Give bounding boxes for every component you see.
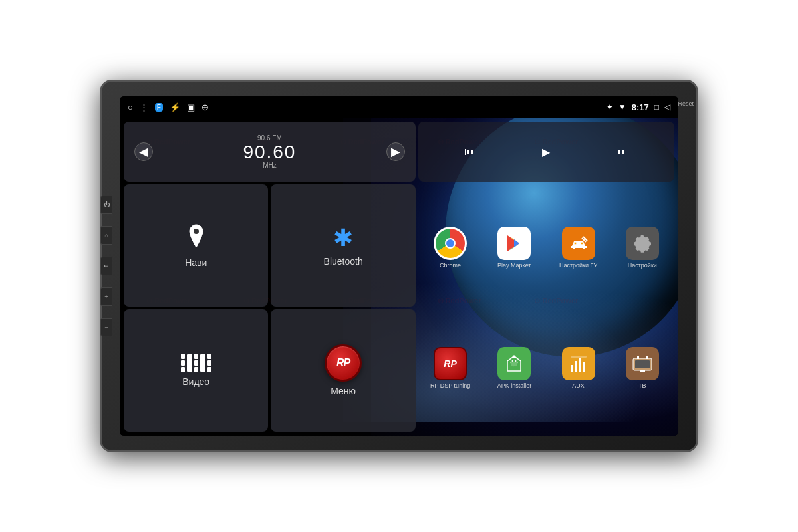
- power-button[interactable]: ⏻: [100, 196, 112, 214]
- media-play-button[interactable]: ▶: [536, 142, 556, 162]
- radio-info: 90.6 FM 90.60 MHz: [160, 134, 380, 169]
- app-left-panel: Нави ✱ Bluetooth: [124, 184, 416, 432]
- chrome-app[interactable]: Chrome: [430, 227, 470, 269]
- rp-dsp-label: RP DSP tuning: [430, 382, 470, 389]
- video-label: Видео: [182, 376, 209, 387]
- tv-icon: [626, 347, 659, 380]
- square-icon: □: [654, 102, 659, 112]
- back-icon: ◁: [664, 102, 670, 112]
- car-settings-label: Настройки ГУ: [559, 262, 597, 269]
- media-next-button[interactable]: ⏭: [612, 142, 632, 162]
- svg-rect-22: [637, 356, 639, 359]
- radio-prev-button[interactable]: ◀: [134, 142, 153, 161]
- chrome-label: Chrome: [440, 262, 461, 269]
- bluetooth-status-icon: ✦: [606, 102, 613, 112]
- svg-rect-23: [646, 356, 648, 359]
- app-rows: Нави ✱ Bluetooth: [124, 184, 674, 432]
- svg-rect-6: [583, 247, 585, 249]
- content-wrapper: ◀ 90.6 FM 90.60 MHz ▶ ⏮ ▶ ⏭: [120, 118, 678, 436]
- main-content: ⊙ RedPower ⊙ RedPower ⊙ RedPower ⊙ RedPo…: [120, 118, 678, 436]
- menu-label: Меню: [331, 386, 356, 396]
- rp-dsp-app[interactable]: RP RP DSP tuning: [430, 347, 470, 389]
- svg-rect-5: [573, 247, 575, 249]
- status-bar-right: ✦ ▼ 8:17 □ ◁: [606, 102, 670, 112]
- menu-icon: ⋮: [140, 102, 148, 112]
- settings-icon: [626, 227, 659, 260]
- car-settings-icon: [562, 227, 595, 260]
- chrome-icon: [434, 227, 467, 260]
- video-icon: [181, 354, 211, 372]
- reset-label: Reset: [678, 100, 694, 107]
- radio-unit-label: MHz: [263, 162, 277, 169]
- media-controls: ⏮ ▶ ⏭: [418, 122, 674, 182]
- svg-rect-15: [575, 361, 577, 372]
- media-icon: ▣: [187, 102, 195, 112]
- radio-station-label: 90.6 FM: [257, 134, 282, 142]
- app-icons-row-2: RP RP DSP tuning: [418, 347, 674, 389]
- media-prev-button[interactable]: ⏮: [460, 142, 479, 162]
- navi-tile[interactable]: Нави: [124, 184, 268, 307]
- app-right-panel: Chrome: [418, 184, 674, 432]
- app-row-2: Видео RP Меню: [124, 309, 416, 432]
- playstore-label: Play Маркет: [497, 262, 531, 269]
- time-display: 8:17: [632, 102, 649, 112]
- main-screen: ○ ⋮ F ⚡ ▣ ⊕ ✦ ▼ 8:17 □ ◁: [120, 96, 678, 436]
- side-left-buttons: ⏻ ⌂ ↩ + −: [100, 196, 112, 336]
- usb-icon: ⚡: [170, 102, 180, 112]
- svg-point-13: [515, 360, 517, 362]
- app-manager-icon: F: [155, 103, 163, 112]
- status-bar-left: ○ ⋮ F ⚡ ▣ ⊕: [128, 102, 601, 112]
- video-tile[interactable]: Видео: [124, 309, 268, 432]
- svg-rect-17: [583, 362, 585, 372]
- apk-label: APK installer: [497, 382, 532, 389]
- radio-frequency-display: 90.60: [243, 143, 296, 162]
- navi-label: Нави: [185, 257, 207, 268]
- bluetooth-icon: ✱: [333, 224, 353, 252]
- top-row: ◀ 90.6 FM 90.60 MHz ▶ ⏮ ▶ ⏭: [124, 122, 674, 182]
- car-settings-app[interactable]: Настройки ГУ: [559, 227, 598, 269]
- tv-label: ТВ: [638, 382, 646, 389]
- home-button[interactable]: ⌂: [100, 226, 112, 245]
- svg-rect-16: [579, 358, 581, 372]
- svg-point-0: [194, 229, 199, 234]
- settings-app[interactable]: Настройки: [622, 227, 662, 269]
- aux-icon: [562, 347, 595, 380]
- bluetooth-tile[interactable]: ✱ Bluetooth: [271, 184, 415, 307]
- device-body: ⏻ ⌂ ↩ + − Reset ○ ⋮ F ⚡ ▣ ⊕ ✦ ▼ 8:17 □ ◁: [100, 80, 698, 452]
- svg-rect-20: [635, 360, 650, 368]
- svg-point-7: [574, 242, 577, 245]
- aux-app[interactable]: AUX: [559, 347, 598, 389]
- playstore-app[interactable]: Play Маркет: [494, 227, 534, 269]
- vol-up-button[interactable]: +: [100, 287, 112, 306]
- svg-point-8: [581, 242, 583, 245]
- vol-down-button[interactable]: −: [100, 318, 112, 336]
- settings-label: Настройки: [628, 262, 657, 269]
- bluetooth-label: Bluetooth: [324, 256, 363, 267]
- radio-section[interactable]: ◀ 90.6 FM 90.60 MHz ▶: [124, 122, 416, 182]
- app-icons-row-1: Chrome: [418, 227, 674, 269]
- wifi-icon: ▼: [618, 102, 626, 112]
- circle-icon: ○: [128, 102, 133, 112]
- status-bar: ○ ⋮ F ⚡ ▣ ⊕ ✦ ▼ 8:17 □ ◁: [120, 96, 678, 118]
- radio-next-button[interactable]: ▶: [386, 142, 405, 161]
- svg-rect-21: [640, 370, 645, 372]
- apk-installer-app[interactable]: APK installer: [494, 347, 534, 389]
- apk-installer-icon: [497, 347, 531, 380]
- shield-icon: ⊕: [201, 102, 209, 112]
- aux-label: AUX: [572, 382, 585, 389]
- menu-tile[interactable]: RP Меню: [271, 309, 415, 432]
- svg-rect-18: [571, 356, 587, 358]
- playstore-icon: [497, 227, 531, 260]
- tv-app[interactable]: ТВ: [622, 347, 662, 389]
- svg-rect-11: [511, 362, 517, 366]
- rp-dsp-icon: RP: [434, 347, 467, 380]
- navigation-icon: [186, 223, 207, 253]
- svg-rect-14: [571, 365, 573, 372]
- back-button[interactable]: ↩: [100, 257, 112, 275]
- app-row-1: Нави ✱ Bluetooth: [124, 184, 416, 307]
- svg-marker-4: [514, 239, 519, 247]
- rp-button-icon: RP: [325, 344, 362, 382]
- svg-point-12: [512, 360, 513, 362]
